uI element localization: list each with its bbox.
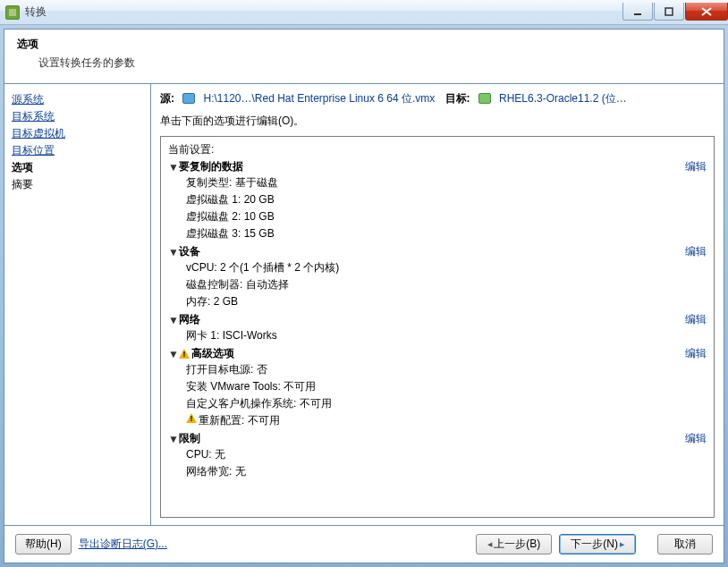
file-icon	[182, 93, 195, 104]
sidebar-item-options: 选项	[12, 159, 143, 176]
dialog: 选项 设置转换任务的参数 源系统目标系统目标虚拟机目标位置选项摘要 源: H:\…	[4, 29, 724, 563]
warning-icon	[186, 413, 197, 424]
sidebar-item-source[interactable]: 源系统	[12, 91, 143, 108]
collapse-icon[interactable]: ▼	[168, 348, 179, 360]
section-title: 高级选项	[191, 346, 234, 361]
instruction-text: 单击下面的选项进行编辑(O)。	[160, 114, 715, 129]
section: ▼设备编辑vCPU: 2 个(1 个插槽 * 2 个内核)磁盘控制器: 自动选择…	[168, 244, 707, 310]
warning-icon	[179, 349, 190, 360]
dialog-header: 选项 设置转换任务的参数	[4, 30, 724, 84]
next-label: 下一步(N)	[571, 537, 618, 552]
svg-rect-1	[665, 8, 673, 15]
next-button[interactable]: 下一步(N) ▶	[559, 534, 636, 554]
setting-row: 虚拟磁盘 3: 15 GB	[168, 225, 707, 242]
setting-row: 磁盘控制器: 自动选择	[168, 276, 707, 293]
sidebar-item-targetloc[interactable]: 目标位置	[12, 142, 143, 159]
section-header[interactable]: ▼限制编辑	[168, 431, 707, 446]
header-title: 选项	[17, 37, 711, 52]
setting-row: 内存: 2 GB	[168, 293, 707, 310]
window-title: 转换	[25, 4, 47, 20]
sidebar-item-summary: 摘要	[12, 176, 143, 193]
setting-row: 安装 VMware Tools: 不可用	[168, 378, 707, 395]
edit-link[interactable]: 编辑	[685, 244, 707, 259]
collapse-icon[interactable]: ▼	[168, 161, 179, 173]
sidebar-item-targetvm[interactable]: 目标虚拟机	[12, 125, 143, 142]
app-icon	[5, 5, 20, 20]
title-bar[interactable]: 转换	[0, 0, 728, 25]
app-window: 转换 选项 设置转换任务的参数 源系统目标系统目标虚拟机目标位置选项摘要 源:	[0, 0, 728, 567]
minimize-icon	[633, 7, 642, 16]
setting-row: 网卡 1: ISCI-Works	[168, 327, 707, 344]
close-icon	[701, 7, 712, 16]
section-title: 要复制的数据	[179, 159, 243, 174]
sidebar-item-target[interactable]: 目标系统	[12, 108, 143, 125]
setting-row: 自定义客户机操作系统: 不可用	[168, 395, 707, 412]
collapse-icon[interactable]: ▼	[168, 433, 179, 445]
cancel-button[interactable]: 取消	[657, 534, 713, 554]
setting-row: 复制类型: 基于磁盘	[168, 174, 707, 191]
current-settings-label: 当前设置:	[168, 142, 707, 157]
collapse-icon[interactable]: ▼	[168, 246, 179, 258]
server-icon	[478, 93, 491, 104]
edit-link[interactable]: 编辑	[685, 431, 707, 446]
dialog-footer: 帮助(H) 导出诊断日志(G)... ◀ 上一步(B) 下一步(N) ▶ 取消	[4, 525, 724, 563]
setting-row: 打开目标电源: 否	[168, 361, 707, 378]
maximize-button[interactable]	[654, 3, 684, 21]
setting-row: 虚拟磁盘 2: 10 GB	[168, 208, 707, 225]
minimize-button[interactable]	[622, 3, 653, 21]
edit-link[interactable]: 编辑	[685, 312, 707, 327]
section-title: 设备	[179, 244, 200, 259]
svg-line-2	[702, 8, 711, 15]
section: ▼限制编辑CPU: 无网络带宽: 无	[168, 431, 707, 480]
setting-row: 重新配置: 不可用	[168, 412, 707, 429]
setting-row: 网络带宽: 无	[168, 463, 707, 480]
edit-link[interactable]: 编辑	[685, 159, 707, 174]
setting-row: vCPU: 2 个(1 个插槽 * 2 个内核)	[168, 259, 707, 276]
section-header[interactable]: ▼网络编辑	[168, 312, 707, 327]
edit-link[interactable]: 编辑	[685, 346, 707, 361]
section-header[interactable]: ▼设备编辑	[168, 244, 707, 259]
settings-panel: 当前设置: ▼要复制的数据编辑复制类型: 基于磁盘虚拟磁盘 1: 20 GB虚拟…	[160, 136, 715, 518]
section-title: 限制	[179, 431, 200, 446]
section-header[interactable]: ▼高级选项编辑	[168, 346, 707, 361]
back-label: 上一步(B)	[494, 537, 540, 552]
setting-row: 虚拟磁盘 1: 20 GB	[168, 191, 707, 208]
svg-line-3	[702, 8, 711, 15]
source-path: H:\1120…\Red Hat Enterprise Linux 6 64 位…	[203, 92, 435, 105]
export-log-link[interactable]: 导出诊断日志(G)...	[79, 537, 167, 552]
section-title: 网络	[179, 312, 200, 327]
main-panel: 源: H:\1120…\Red Hat Enterprise Linux 6 6…	[151, 84, 724, 525]
source-label: 源:	[160, 92, 174, 105]
window-controls	[622, 4, 728, 21]
setting-row: CPU: 无	[168, 446, 707, 463]
section: ▼高级选项编辑打开目标电源: 否安装 VMware Tools: 不可用自定义客…	[168, 346, 707, 429]
help-button[interactable]: 帮助(H)	[15, 534, 72, 554]
target-label: 目标:	[445, 92, 470, 105]
wizard-sidebar: 源系统目标系统目标虚拟机目标位置选项摘要	[4, 84, 151, 525]
chevron-left-icon: ◀	[487, 541, 492, 548]
maximize-icon	[665, 7, 673, 16]
section: ▼网络编辑网卡 1: ISCI-Works	[168, 312, 707, 344]
header-subtitle: 设置转换任务的参数	[38, 55, 711, 71]
back-button[interactable]: ◀ 上一步(B)	[476, 534, 552, 554]
section: ▼要复制的数据编辑复制类型: 基于磁盘虚拟磁盘 1: 20 GB虚拟磁盘 2: …	[168, 159, 707, 242]
chevron-right-icon: ▶	[620, 541, 624, 548]
source-target-line: 源: H:\1120…\Red Hat Enterprise Linux 6 6…	[160, 91, 715, 106]
target-value: RHEL6.3-Oracle11.2 (位…	[499, 92, 627, 105]
section-header[interactable]: ▼要复制的数据编辑	[168, 159, 707, 174]
collapse-icon[interactable]: ▼	[168, 314, 179, 326]
close-button[interactable]	[685, 3, 728, 21]
